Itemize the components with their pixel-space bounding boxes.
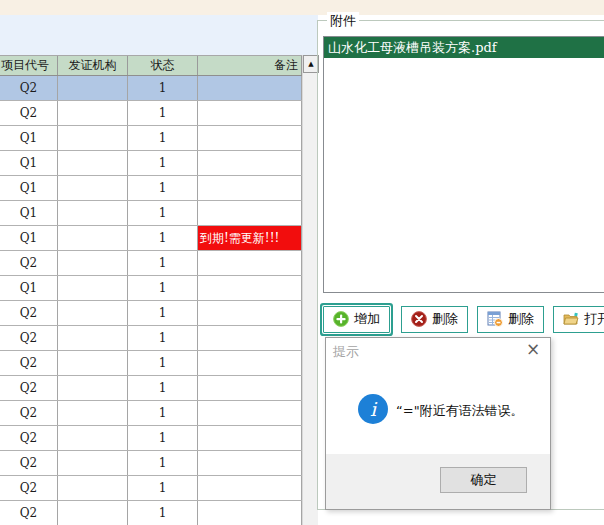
cell-status[interactable]: 1 bbox=[128, 451, 198, 475]
cell-issuer[interactable] bbox=[58, 376, 128, 400]
cell-issuer[interactable] bbox=[58, 226, 128, 250]
table-row[interactable]: Q21 bbox=[0, 376, 302, 401]
cell-note[interactable] bbox=[198, 151, 302, 175]
cell-issuer[interactable] bbox=[58, 426, 128, 450]
column-header-status[interactable]: 状态 bbox=[128, 56, 198, 75]
cell-status[interactable]: 1 bbox=[128, 501, 198, 525]
cell-status[interactable]: 1 bbox=[128, 276, 198, 300]
cell-project-code[interactable]: Q2 bbox=[0, 401, 58, 425]
cell-note[interactable] bbox=[198, 351, 302, 375]
column-header-issuer[interactable]: 发证机构 bbox=[58, 56, 128, 75]
table-row[interactable]: Q11 bbox=[0, 126, 302, 151]
cell-issuer[interactable] bbox=[58, 476, 128, 500]
delete-row-button[interactable]: 删除 bbox=[477, 306, 544, 333]
cell-project-code[interactable]: Q2 bbox=[0, 326, 58, 350]
table-row[interactable]: Q21 bbox=[0, 326, 302, 351]
table-vertical-scrollbar[interactable]: ▲ bbox=[302, 55, 318, 525]
cell-project-code[interactable]: Q2 bbox=[0, 451, 58, 475]
cell-note[interactable] bbox=[198, 76, 302, 100]
cell-issuer[interactable] bbox=[58, 126, 128, 150]
cell-project-code[interactable]: Q2 bbox=[0, 476, 58, 500]
cell-project-code[interactable]: Q1 bbox=[0, 276, 58, 300]
cell-note[interactable] bbox=[198, 301, 302, 325]
cell-status[interactable]: 1 bbox=[128, 326, 198, 350]
cell-issuer[interactable] bbox=[58, 101, 128, 125]
delete-attachment-button[interactable]: 删除 bbox=[401, 306, 468, 333]
cell-note[interactable] bbox=[198, 476, 302, 500]
cell-issuer[interactable] bbox=[58, 326, 128, 350]
cell-status[interactable]: 1 bbox=[128, 101, 198, 125]
cell-note[interactable] bbox=[198, 251, 302, 275]
cell-issuer[interactable] bbox=[58, 251, 128, 275]
cell-issuer[interactable] bbox=[58, 401, 128, 425]
table-row[interactable]: Q21 bbox=[0, 251, 302, 276]
cell-note[interactable] bbox=[198, 101, 302, 125]
dialog-close-icon[interactable]: × bbox=[524, 339, 542, 359]
cell-issuer[interactable] bbox=[58, 76, 128, 100]
cell-issuer[interactable] bbox=[58, 176, 128, 200]
cell-status[interactable]: 1 bbox=[128, 226, 198, 250]
cell-project-code[interactable]: Q1 bbox=[0, 226, 58, 250]
table-row[interactable]: Q11 bbox=[0, 276, 302, 301]
table-row[interactable]: Q21 bbox=[0, 401, 302, 426]
cell-note[interactable] bbox=[198, 401, 302, 425]
table-row[interactable]: Q21 bbox=[0, 101, 302, 126]
cell-status[interactable]: 1 bbox=[128, 476, 198, 500]
add-attachment-button[interactable]: 增加 bbox=[323, 306, 390, 333]
cell-project-code[interactable]: Q1 bbox=[0, 201, 58, 225]
table-row[interactable]: Q11 bbox=[0, 201, 302, 226]
cell-issuer[interactable] bbox=[58, 201, 128, 225]
cell-status[interactable]: 1 bbox=[128, 201, 198, 225]
cell-note[interactable] bbox=[198, 201, 302, 225]
cell-note[interactable] bbox=[198, 326, 302, 350]
table-row[interactable]: Q21 bbox=[0, 76, 302, 101]
cell-project-code[interactable]: Q2 bbox=[0, 426, 58, 450]
table-row[interactable]: Q11 bbox=[0, 176, 302, 201]
cell-status[interactable]: 1 bbox=[128, 301, 198, 325]
open-attachment-button[interactable]: 打开 bbox=[553, 306, 604, 333]
cell-project-code[interactable]: Q1 bbox=[0, 176, 58, 200]
cell-note[interactable] bbox=[198, 276, 302, 300]
cell-issuer[interactable] bbox=[58, 151, 128, 175]
cell-note[interactable] bbox=[198, 376, 302, 400]
cell-status[interactable]: 1 bbox=[128, 176, 198, 200]
cell-status[interactable]: 1 bbox=[128, 151, 198, 175]
cell-project-code[interactable]: Q2 bbox=[0, 101, 58, 125]
cell-project-code[interactable]: Q1 bbox=[0, 126, 58, 150]
attachment-file-item[interactable]: 山水化工母液槽吊装方案.pdf bbox=[324, 37, 604, 58]
cell-note[interactable] bbox=[198, 176, 302, 200]
cell-project-code[interactable]: Q2 bbox=[0, 76, 58, 100]
table-row[interactable]: Q21 bbox=[0, 426, 302, 451]
table-row[interactable]: Q21 bbox=[0, 451, 302, 476]
cell-issuer[interactable] bbox=[58, 301, 128, 325]
cell-project-code[interactable]: Q2 bbox=[0, 301, 58, 325]
cell-project-code[interactable]: Q2 bbox=[0, 351, 58, 375]
cell-status[interactable]: 1 bbox=[128, 376, 198, 400]
cell-status[interactable]: 1 bbox=[128, 76, 198, 100]
cell-status[interactable]: 1 bbox=[128, 351, 198, 375]
cell-note[interactable] bbox=[198, 451, 302, 475]
table-row[interactable]: Q21 bbox=[0, 476, 302, 501]
cell-project-code[interactable]: Q1 bbox=[0, 151, 58, 175]
cell-status[interactable]: 1 bbox=[128, 426, 198, 450]
table-row[interactable]: Q11 bbox=[0, 151, 302, 176]
cell-note[interactable] bbox=[198, 126, 302, 150]
cell-note[interactable] bbox=[198, 501, 302, 525]
column-header-note[interactable]: 备注 bbox=[198, 56, 302, 75]
cell-issuer[interactable] bbox=[58, 276, 128, 300]
cell-note[interactable] bbox=[198, 426, 302, 450]
cell-status[interactable]: 1 bbox=[128, 401, 198, 425]
column-header-project-code[interactable]: 项目代号 bbox=[0, 56, 58, 75]
table-row[interactable]: Q21 bbox=[0, 301, 302, 326]
cell-note[interactable]: 到期!需更新!!! bbox=[198, 226, 302, 250]
cell-issuer[interactable] bbox=[58, 351, 128, 375]
table-row[interactable]: Q21 bbox=[0, 501, 302, 525]
cell-status[interactable]: 1 bbox=[128, 126, 198, 150]
table-row[interactable]: Q21 bbox=[0, 351, 302, 376]
cell-project-code[interactable]: Q2 bbox=[0, 501, 58, 525]
attachment-file-list[interactable]: 山水化工母液槽吊装方案.pdf bbox=[323, 36, 604, 293]
table-row[interactable]: Q11到期!需更新!!! bbox=[0, 226, 302, 251]
ok-button[interactable]: 确定 bbox=[440, 467, 527, 493]
cell-issuer[interactable] bbox=[58, 451, 128, 475]
cell-project-code[interactable]: Q2 bbox=[0, 251, 58, 275]
